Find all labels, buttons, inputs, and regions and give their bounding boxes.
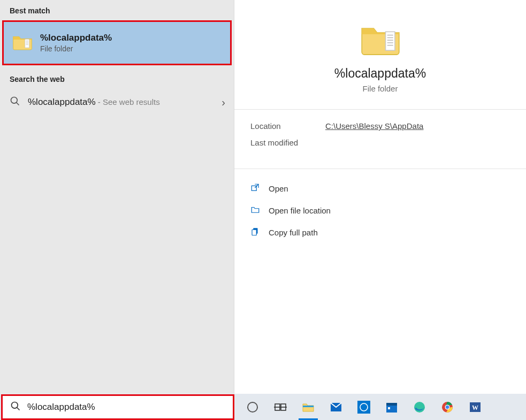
open-icon [250,183,260,194]
svg-point-18 [248,402,257,412]
taskbar-icons: W [239,394,489,420]
best-match-highlight: %localappdata% File folder [2,20,232,65]
svg-point-5 [11,97,18,104]
search-icon [10,96,20,109]
dell-app-button[interactable] [350,394,378,420]
details-title: %localappdata% [334,66,426,81]
search-web-header: Search the web [0,68,234,89]
svg-point-16 [12,402,18,408]
web-result-item[interactable]: %localappdata% - See web results › [0,89,234,116]
calendar-app-button[interactable] [378,394,406,420]
best-match-text: %localappdata% File folder [40,33,112,53]
svg-rect-22 [303,406,314,407]
folder-icon [360,21,401,58]
search-box[interactable] [3,396,233,418]
svg-rect-24 [357,401,370,414]
copy-path-action[interactable]: Copy full path [250,222,510,243]
open-label: Open [269,184,288,193]
search-input[interactable] [27,402,225,413]
open-location-label: Open file location [269,206,331,215]
folder-icon [12,33,33,52]
location-label: Location [250,121,325,131]
details-pane: %localappdata% File folder Location C:\U… [234,0,526,394]
chevron-right-icon: › [222,96,225,109]
svg-point-32 [446,405,449,408]
details-actions: Open Open file location Copy full path [234,169,526,252]
best-match-subtitle: File folder [40,44,112,53]
svg-rect-28 [388,407,390,409]
details-subtitle: File folder [363,84,398,93]
best-match-title: %localappdata% [40,33,112,43]
last-modified-label: Last modified [250,138,325,147]
svg-rect-7 [385,32,394,50]
svg-rect-15 [252,230,256,235]
task-view-button[interactable] [266,394,294,420]
chrome-browser-button[interactable] [433,394,461,420]
details-meta: Location C:\Users\Blessy S\AppData Last … [234,110,526,169]
folder-outline-icon [250,205,260,216]
open-action[interactable]: Open [250,178,510,200]
svg-point-29 [414,402,425,413]
svg-line-6 [17,103,19,105]
mail-app-button[interactable] [322,394,350,420]
svg-rect-27 [386,403,397,406]
copy-icon [250,227,260,238]
details-hero: %localappdata% File folder [234,0,526,110]
svg-text:W: W [472,404,478,411]
word-app-button[interactable]: W [461,394,489,420]
search-results-pane: Best match %localappdata% File folder [0,0,234,394]
file-explorer-button[interactable] [294,394,322,420]
search-box-highlight [1,394,234,420]
web-result-text: %localappdata% - See web results [28,97,160,108]
taskbar: W [0,394,526,420]
best-match-header: Best match [0,0,234,20]
best-match-item[interactable]: %localappdata% File folder [4,22,230,64]
cortana-button[interactable] [239,394,266,420]
search-icon [10,401,21,414]
svg-line-17 [17,407,20,410]
edge-browser-button[interactable] [406,394,433,420]
open-location-action[interactable]: Open file location [250,200,510,222]
copy-path-label: Copy full path [269,228,318,237]
location-value[interactable]: C:\Users\Blessy S\AppData [325,121,423,131]
